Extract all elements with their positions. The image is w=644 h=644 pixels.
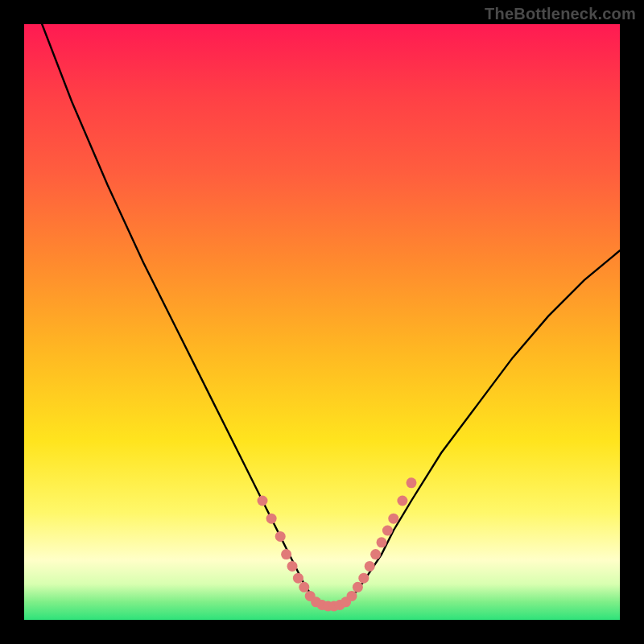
watermark-text: TheBottleneck.com (485, 5, 636, 23)
marker-dot (299, 582, 309, 592)
marker-dot (388, 514, 398, 524)
marker-dot (258, 496, 268, 506)
chart-overlay-svg (24, 24, 620, 620)
marker-dot (382, 526, 393, 536)
marker-dot (365, 561, 375, 572)
marker-dots (258, 477, 417, 611)
marker-dot (397, 496, 407, 506)
chart-frame: TheBottleneck.com (0, 0, 644, 644)
marker-dot (370, 549, 381, 559)
marker-dot (275, 531, 286, 542)
plot-area (24, 24, 620, 620)
bottleneck-curve (42, 24, 620, 608)
marker-dot (377, 537, 387, 547)
marker-dot (407, 477, 417, 488)
marker-dot (347, 591, 357, 601)
marker-dot (293, 573, 303, 584)
marker-dot (266, 514, 277, 524)
marker-dot (353, 582, 363, 592)
marker-dot (358, 573, 369, 584)
marker-dot (281, 549, 291, 559)
marker-dot (287, 561, 298, 572)
